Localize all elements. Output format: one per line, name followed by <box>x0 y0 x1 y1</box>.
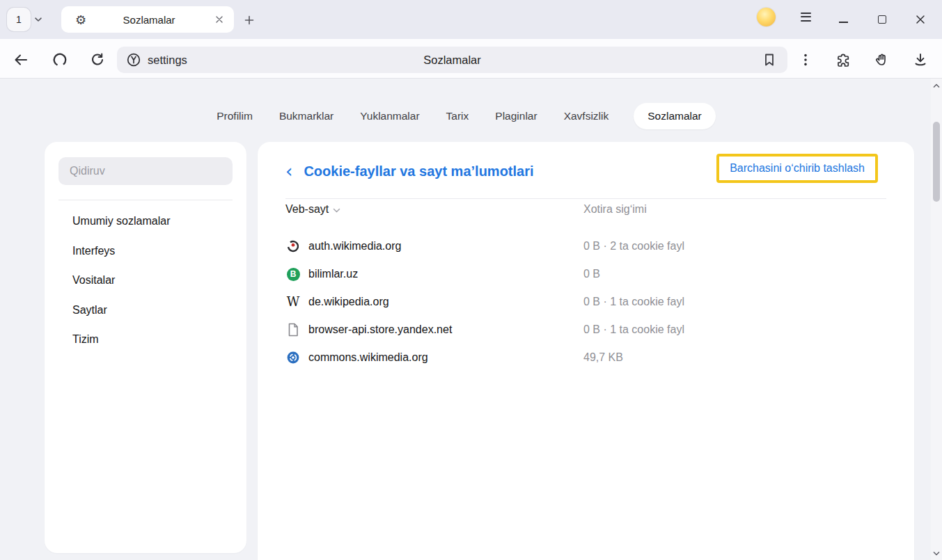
site-name: commons.wikimedia.org <box>308 351 428 364</box>
sidebar-item-umumiy[interactable]: Umumiy sozlamalar <box>72 207 233 237</box>
tab-strip: 1 ⚙ Sozlamalar <box>0 0 942 39</box>
settings-page: Profilim Bukmarklar Yuklanmalar Tarix Pl… <box>0 79 931 560</box>
nav-tab-xavfsizlik[interactable]: Xavfsizlik <box>563 104 611 129</box>
new-tab-button[interactable] <box>241 12 258 29</box>
chevron-down-icon[interactable] <box>34 17 42 22</box>
nav-tab-sozlamalar[interactable]: Sozlamalar <box>634 103 716 129</box>
address-bar[interactable]: settings Sozlamalar <box>117 47 787 73</box>
column-site[interactable]: Veb-sayt <box>285 203 340 216</box>
search-input[interactable] <box>58 157 233 185</box>
storage-value: 0 B · 1 ta cookie fayl <box>583 323 684 336</box>
document-icon <box>285 322 301 337</box>
sidebar-item-vositalar[interactable]: Vositalar <box>72 266 233 296</box>
nav-tab-plaginlar[interactable]: Plaginlar <box>494 104 538 129</box>
sidebar-item-tizim[interactable]: Tizim <box>72 325 233 355</box>
scroll-down-icon[interactable] <box>931 547 942 559</box>
yandex-url-icon <box>125 51 142 68</box>
storage-value: 0 B <box>583 268 600 280</box>
b-letter-icon: B <box>285 266 301 282</box>
highlight-annotation: Barchasini oʻchirib tashlash <box>716 154 878 183</box>
scroll-up-icon[interactable] <box>931 80 942 91</box>
nav-tab-profilim[interactable]: Profilim <box>215 104 254 129</box>
panel-header: ‹ Cookie-fayllar va sayt ma’lumotlari <box>285 156 534 186</box>
table-row[interactable]: commons.wikimedia.org 49,7 KB <box>285 344 886 371</box>
scrollbar-thumb[interactable] <box>933 122 940 202</box>
nav-tab-tarix[interactable]: Tarix <box>445 104 471 129</box>
table-row[interactable]: auth.wikimedia.org 0 B · 2 ta cookie fay… <box>285 232 886 260</box>
table-row[interactable]: B bilimlar.uz 0 B <box>285 260 886 288</box>
browser-window: 1 ⚙ Sozlamalar setti <box>0 0 942 560</box>
sidebar-menu: Umumiy sozlamalar Interfeys Vositalar Sa… <box>72 207 233 355</box>
reload-icon[interactable] <box>88 50 107 70</box>
gear-icon: ⚙ <box>75 13 86 27</box>
column-storage: Xotira sigʻimi <box>583 203 647 216</box>
table-row[interactable]: W de.wikipedia.org 0 B · 1 ta cookie fay… <box>285 288 886 316</box>
column-site-label: Veb-sayt <box>285 203 329 216</box>
storage-value: 49,7 KB <box>583 351 623 364</box>
close-window-button[interactable] <box>909 8 932 31</box>
yandex-browser-icon[interactable] <box>50 50 70 70</box>
site-name: browser-api.store.yandex.net <box>308 323 452 336</box>
table-header: Veb-sayt Xotira sigʻimi <box>285 203 886 221</box>
site-table: auth.wikimedia.org 0 B · 2 ta cookie fay… <box>285 232 886 371</box>
profile-avatar[interactable] <box>757 8 776 26</box>
wikimedia-icon <box>285 239 301 254</box>
more-options-icon[interactable] <box>796 50 815 70</box>
sidebar-item-saytlar[interactable]: Saytlar <box>72 296 233 326</box>
hamburger-menu-icon[interactable] <box>799 13 813 26</box>
divider <box>58 200 233 200</box>
maximize-button[interactable] <box>871 8 893 31</box>
minimize-button[interactable] <box>832 8 854 31</box>
storage-value: 0 B · 1 ta cookie fayl <box>583 296 684 308</box>
cookies-panel: ‹ Cookie-fayllar va sayt ma’lumotlari Ba… <box>258 142 914 560</box>
settings-nav: Profilim Bukmarklar Yuklanmalar Tarix Pl… <box>0 99 931 134</box>
browser-tab[interactable]: ⚙ Sozlamalar <box>61 6 234 33</box>
sidebar-item-interfeys[interactable]: Interfeys <box>72 237 233 266</box>
page-title: Sozlamalar <box>117 47 787 73</box>
tab-count[interactable]: 1 <box>7 8 31 31</box>
tab-title: Sozlamalar <box>86 14 212 26</box>
tab-counter[interactable]: 1 <box>7 8 42 31</box>
site-name: bilimlar.uz <box>308 268 358 280</box>
extensions-puzzle-icon[interactable] <box>833 50 853 70</box>
wikipedia-w-icon: W <box>285 294 301 310</box>
back-button[interactable] <box>11 50 31 70</box>
tab-close-icon[interactable] <box>212 12 227 27</box>
hand-gesture-icon[interactable] <box>872 50 891 70</box>
page-scrollbar[interactable] <box>931 79 942 560</box>
nav-tab-yuklanmalar[interactable]: Yuklanmalar <box>359 104 421 129</box>
downloads-icon[interactable] <box>911 50 930 70</box>
storage-value: 0 B · 2 ta cookie fayl <box>583 240 684 253</box>
back-chevron-icon[interactable]: ‹ <box>285 162 292 180</box>
panel-title: Cookie-fayllar va sayt ma’lumotlari <box>304 163 533 179</box>
table-row[interactable]: browser-api.store.yandex.net 0 B · 1 ta … <box>285 316 886 344</box>
sort-chevron-icon <box>333 208 340 213</box>
divider <box>285 198 886 199</box>
commons-globe-icon <box>285 350 301 365</box>
site-name: de.wikipedia.org <box>308 296 389 308</box>
url-text[interactable]: settings <box>148 47 187 73</box>
bookmark-icon[interactable] <box>761 51 778 68</box>
delete-all-button[interactable]: Barchasini oʻchirib tashlash <box>719 157 875 180</box>
nav-tab-bukmarklar[interactable]: Bukmarklar <box>278 104 335 129</box>
site-name: auth.wikimedia.org <box>308 240 401 253</box>
settings-sidebar: Umumiy sozlamalar Interfeys Vositalar Sa… <box>45 142 246 553</box>
